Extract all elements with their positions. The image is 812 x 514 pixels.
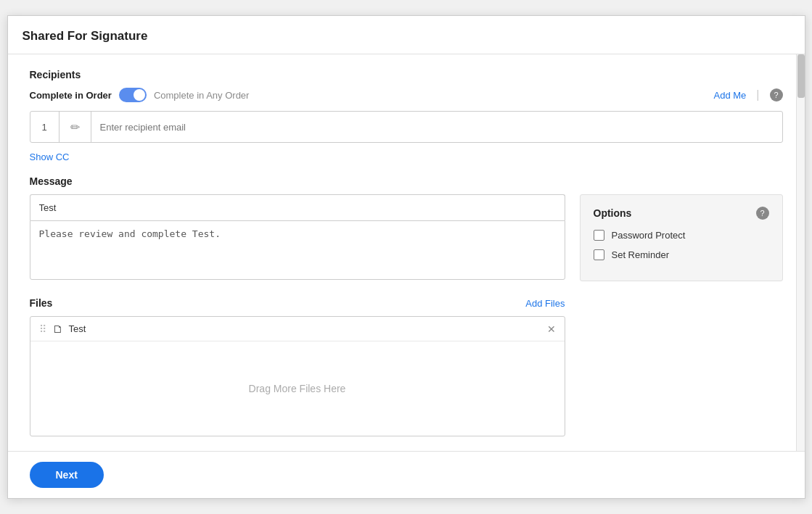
options-title: Options xyxy=(594,207,632,219)
password-protect-checkbox[interactable] xyxy=(594,230,604,241)
set-reminder-option: Set Reminder xyxy=(594,249,769,260)
recipient-number: 1 xyxy=(30,112,60,142)
recipient-input-row: 1 ✏ xyxy=(30,111,783,143)
left-column: Files Add Files ⠿ 🗋 Test ✕ Drag More Fil… xyxy=(30,194,565,436)
complete-in-order-label: Complete in Order xyxy=(30,90,112,101)
complete-any-order-label: Complete in Any Order xyxy=(154,90,250,101)
files-header: Files Add Files xyxy=(30,297,565,309)
file-type-icon: 🗋 xyxy=(52,323,63,335)
password-protect-label: Password Protect xyxy=(612,230,686,241)
password-protect-option: Password Protect xyxy=(594,230,769,241)
show-cc-link[interactable]: Show CC xyxy=(30,152,70,162)
toggle-knob xyxy=(134,89,145,101)
drag-drop-area[interactable]: Drag More Files Here xyxy=(30,341,565,436)
scrollbar-track[interactable] xyxy=(796,54,805,451)
options-box: Options ? Password Protect Set Reminder xyxy=(580,194,783,281)
message-section-label-wrap: Message xyxy=(30,175,783,187)
options-help-icon[interactable]: ? xyxy=(756,207,769,220)
next-button[interactable]: Next xyxy=(30,462,104,488)
pipe-separator: | xyxy=(756,88,759,101)
drag-drop-label: Drag More Files Here xyxy=(249,383,346,394)
files-section-label: Files xyxy=(30,297,53,309)
file-item-row: ⠿ 🗋 Test ✕ xyxy=(30,317,565,341)
drag-handle-icon[interactable]: ⠿ xyxy=(39,323,46,335)
files-box: ⠿ 🗋 Test ✕ Drag More Files Here xyxy=(30,316,565,436)
add-me-link[interactable]: Add Me xyxy=(714,90,747,101)
right-column: Options ? Password Protect Set Reminder xyxy=(580,194,783,281)
complete-in-order-toggle[interactable] xyxy=(119,88,147,102)
file-name-text: Test xyxy=(69,323,541,334)
modal-container: Shared For Signature Recipients Complete… xyxy=(7,15,805,499)
set-reminder-label: Set Reminder xyxy=(612,249,669,260)
help-icon[interactable]: ? xyxy=(770,88,783,101)
recipients-options-row: Complete in Order Complete in Any Order … xyxy=(30,88,783,102)
message-body-textarea[interactable] xyxy=(30,220,565,280)
message-subject-input[interactable] xyxy=(30,194,565,220)
close-icon[interactable]: ✕ xyxy=(547,323,556,335)
pen-icon: ✏ xyxy=(70,120,80,134)
set-reminder-checkbox[interactable] xyxy=(594,249,604,260)
modal-header: Shared For Signature xyxy=(8,16,805,54)
modal-body: Recipients Complete in Order Complete in… xyxy=(8,54,805,451)
options-header: Options ? xyxy=(594,207,769,220)
recipients-section: Recipients Complete in Order Complete in… xyxy=(30,69,783,175)
content-area: Files Add Files ⠿ 🗋 Test ✕ Drag More Fil… xyxy=(30,194,783,436)
recipients-section-label: Recipients xyxy=(30,69,783,80)
modal-title: Shared For Signature xyxy=(22,29,148,43)
modal-footer: Next xyxy=(8,451,805,498)
add-files-link[interactable]: Add Files xyxy=(525,298,565,309)
pen-icon-wrap: ✏ xyxy=(60,112,91,142)
message-section-label: Message xyxy=(30,175,783,187)
scrollbar-thumb[interactable] xyxy=(797,54,805,98)
recipient-email-input[interactable] xyxy=(91,112,782,142)
